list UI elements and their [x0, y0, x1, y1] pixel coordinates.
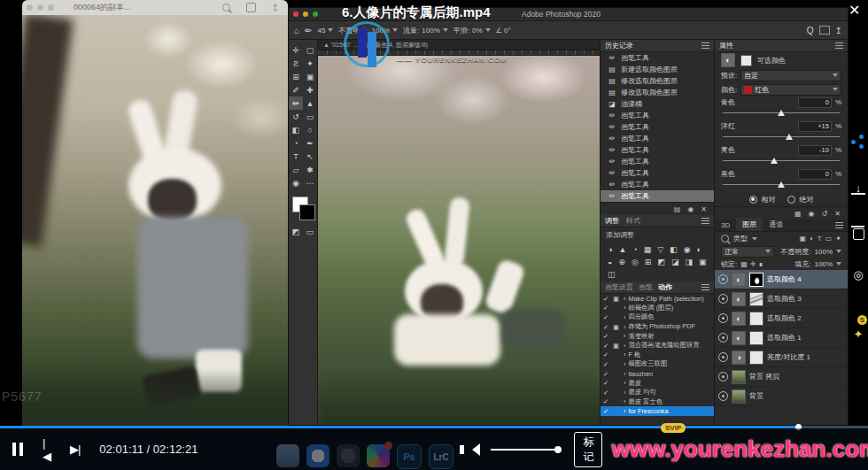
action-item[interactable]: ✓▣›混合器画笔克隆绘图设置	[601, 341, 714, 351]
history-brush-tool[interactable]: ↺	[289, 110, 303, 123]
layer-row[interactable]: ◐选取颜色 3	[715, 289, 848, 309]
new-snapshot-icon[interactable]: ◉	[687, 205, 694, 213]
expand-icon[interactable]: ›	[624, 332, 625, 340]
action-item[interactable]: ✓▣›存储为 Photoshop PDF	[601, 322, 714, 332]
layer-mask-thumbnail[interactable]	[749, 273, 763, 287]
layer-row[interactable]: ◑亮度/对比度 1	[715, 348, 848, 367]
selective-color-icon[interactable]: ▣	[699, 258, 707, 266]
expand-icon[interactable]: ›	[624, 389, 625, 397]
clip-to-layer-icon[interactable]: ▦	[794, 210, 802, 218]
lock-transparent-icon[interactable]: ▦	[740, 260, 748, 268]
visibility-eye-icon[interactable]	[718, 313, 728, 323]
levels-icon[interactable]: ▲	[618, 245, 626, 254]
mark-button[interactable]: 标记	[574, 432, 602, 467]
visibility-eye-icon[interactable]	[718, 391, 728, 401]
invert-icon[interactable]: ⊞	[645, 258, 652, 266]
check-icon[interactable]: ✓	[603, 323, 610, 331]
hand-tool[interactable]: ✱	[303, 163, 317, 176]
extra-adjustment-icon[interactable]: ◫	[608, 270, 616, 279]
panel-menu-icon[interactable]	[701, 218, 709, 224]
preview-icon[interactable]	[246, 3, 256, 12]
share-icon[interactable]: ↥	[835, 26, 842, 35]
action-item[interactable]: ✓›四分颜色	[601, 312, 714, 322]
history-item[interactable]: ✏画笔工具	[601, 133, 714, 144]
blend-mode-dropdown[interactable]: 正常	[721, 246, 774, 258]
check-icon[interactable]: ✓	[603, 342, 610, 350]
vibrance-icon[interactable]: ▽	[657, 245, 663, 254]
color-swatches[interactable]	[289, 195, 317, 225]
expand-icon[interactable]: ›	[624, 313, 625, 321]
eraser-tool[interactable]: ▭	[303, 110, 317, 123]
tab-channels[interactable]: 通道	[763, 218, 789, 231]
tab-layers[interactable]: 图层	[736, 218, 763, 231]
brush-tool-icon[interactable]: ✏	[305, 26, 312, 35]
brush-tool[interactable]: ✏	[289, 96, 303, 110]
delete-state-icon[interactable]: ✕	[701, 205, 707, 213]
expand-icon[interactable]: ›	[624, 304, 625, 312]
gradient-map-icon[interactable]: ◨	[685, 258, 693, 266]
brush-size-picker[interactable]: 45	[317, 27, 333, 35]
black-slider[interactable]	[723, 181, 840, 189]
finder-close-button[interactable]	[27, 4, 33, 11]
healing-brush-tool[interactable]: ✚	[303, 83, 317, 96]
new-document-from-state-icon[interactable]: ▤	[674, 205, 681, 213]
smoothing-control[interactable]: 平滑: 0%	[453, 26, 491, 35]
history-item[interactable]: ✏画笔工具	[601, 179, 714, 190]
layer-mask-thumbnail[interactable]	[749, 292, 763, 306]
move-tool[interactable]: ✛	[289, 43, 303, 57]
check-icon[interactable]: ✓	[603, 351, 610, 358]
brush-angle-control[interactable]: ∠ 0°	[496, 27, 511, 35]
history-item[interactable]: ▤新建选取颜色图层	[601, 64, 714, 75]
tab-adjustments[interactable]: 调整	[605, 216, 619, 226]
pen-tool[interactable]: ✒	[303, 136, 317, 150]
tab-3d[interactable]: 3D	[715, 220, 736, 231]
layer-row[interactable]: 背景	[715, 387, 848, 406]
finder-titlebar[interactable]: 000064的副本... ↥	[22, 0, 288, 15]
magic-wand-tool[interactable]: ✦	[303, 57, 317, 70]
screen-mode-button[interactable]: ▭	[303, 225, 317, 238]
search-icon[interactable]: Q	[807, 26, 814, 35]
layer-row[interactable]: 背景 拷贝	[715, 367, 848, 387]
action-item[interactable]: ✓›F 枪	[601, 351, 714, 360]
expand-icon[interactable]: ›	[624, 295, 625, 303]
history-panel-header[interactable]: 历史记录	[601, 40, 714, 52]
magenta-slider[interactable]	[723, 133, 840, 142]
slider-thumb[interactable]	[786, 134, 793, 140]
photo-filter-icon[interactable]: ◒	[608, 258, 612, 266]
history-item[interactable]: ◪油漆桶	[601, 98, 714, 110]
crop-tool[interactable]: ⊞	[289, 70, 303, 83]
gradient-tool[interactable]: ◧	[289, 123, 303, 136]
action-item[interactable]: ✓›磨皮 均匀	[601, 388, 714, 397]
relative-radio[interactable]	[749, 196, 757, 204]
expand-icon[interactable]: ›	[624, 323, 625, 331]
visibility-eye-icon[interactable]	[718, 274, 728, 284]
cyan-value[interactable]: 0	[798, 97, 832, 108]
dialog-toggle-icon[interactable]: ▣	[613, 295, 621, 303]
preset-dropdown[interactable]: 自定	[740, 70, 841, 81]
panel-menu-icon[interactable]	[701, 42, 709, 49]
filter-type-icon[interactable]: T	[818, 235, 822, 243]
expand-icon[interactable]: ›	[624, 407, 625, 415]
target-icon[interactable]: ◎	[851, 268, 865, 282]
history-item[interactable]: ✏画笔工具	[601, 156, 714, 167]
reset-icon[interactable]: ↺	[822, 210, 828, 218]
finder-zoom-button[interactable]	[48, 4, 54, 11]
blur-tool[interactable]: ○	[303, 123, 317, 136]
check-icon[interactable]: ✓	[603, 360, 610, 368]
visibility-icon[interactable]: ◉	[809, 210, 815, 218]
history-item[interactable]: ✏画笔工具	[601, 52, 714, 64]
layer-mask-thumbnail[interactable]	[749, 331, 763, 345]
threshold-icon[interactable]: ◪	[671, 258, 679, 266]
slider-thumb[interactable]	[778, 181, 785, 188]
slider-thumb[interactable]	[778, 110, 785, 116]
expand-icon[interactable]: ›	[624, 379, 625, 387]
type-tool[interactable]: T	[289, 150, 303, 163]
tab-brushes[interactable]: 画笔	[639, 282, 653, 292]
posterize-icon[interactable]: ◩	[657, 258, 665, 266]
color-balance-icon[interactable]: ◉	[684, 245, 691, 254]
black-value[interactable]: 0	[798, 169, 832, 180]
filter-shape-icon[interactable]: ▭	[825, 235, 833, 243]
delete-icon[interactable]: ✕	[834, 210, 841, 218]
document-photo[interactable]	[318, 56, 600, 425]
yellow-value[interactable]: -10	[798, 145, 832, 156]
